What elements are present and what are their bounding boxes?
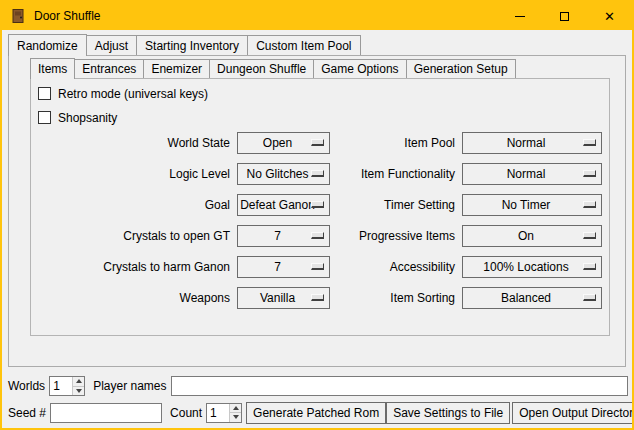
worlds-label: Worlds — [8, 379, 45, 393]
progressive-items-label: Progressive Items — [337, 225, 455, 247]
window-title: Door Shuffle — [34, 9, 101, 23]
arrow-down-icon — [233, 415, 239, 419]
tab-label: Enemizer — [151, 62, 202, 76]
count-input[interactable] — [207, 404, 229, 422]
crystals-ganon-label: Crystals to harm Ganon — [38, 256, 230, 278]
count-label: Count — [170, 406, 202, 420]
item-sorting-label: Item Sorting — [337, 287, 455, 309]
count-spin-buttons — [229, 404, 241, 422]
dropdown-indicator-icon — [583, 139, 596, 146]
dropdown-indicator-icon — [583, 263, 596, 270]
worlds-spin-down-button[interactable] — [73, 386, 84, 396]
retro-mode-label: Retro mode (universal keys) — [58, 87, 208, 101]
worlds-row: Worlds Player names — [8, 375, 628, 397]
tab-starting-inventory[interactable]: Starting Inventory — [136, 35, 248, 55]
subtab-dungeon-shuffle[interactable]: Dungeon Shuffle — [209, 59, 314, 78]
window-controls: ✕ — [497, 2, 632, 30]
subtab-entrances[interactable]: Entrances — [74, 59, 144, 78]
progressive-items-dropdown[interactable]: On — [462, 225, 602, 247]
open-output-directory-button[interactable]: Open Output Directory — [512, 402, 634, 424]
goal-label: Goal — [38, 194, 230, 216]
dropdown-indicator-icon — [311, 170, 324, 177]
dropdown-indicator-icon — [583, 170, 596, 177]
dropdown-indicator-icon — [311, 294, 324, 301]
accessibility-dropdown[interactable]: 100% Locations — [462, 256, 602, 278]
item-functionality-dropdown[interactable]: Normal — [462, 163, 602, 185]
tab-label: Custom Item Pool — [256, 39, 351, 53]
arrow-up-icon — [76, 379, 82, 383]
maximize-icon — [560, 12, 569, 21]
worlds-spin-up-button[interactable] — [73, 377, 84, 386]
tab-label: Randomize — [17, 39, 78, 53]
generate-patched-rom-button[interactable]: Generate Patched Rom — [246, 402, 386, 424]
arrow-up-icon — [233, 406, 239, 410]
tab-label: Generation Setup — [414, 62, 508, 76]
dropdown-indicator-icon — [311, 201, 324, 208]
item-sorting-dropdown[interactable]: Balanced — [462, 287, 602, 309]
titlebar: Door Shuffle ✕ — [2, 2, 632, 30]
subtab-game-options[interactable]: Game Options — [313, 59, 406, 78]
logic-level-dropdown[interactable]: No Glitches — [237, 163, 330, 185]
timer-setting-label: Timer Setting — [337, 194, 455, 216]
crystals-gt-dropdown[interactable]: 7 — [237, 225, 330, 247]
crystals-ganon-dropdown[interactable]: 7 — [237, 256, 330, 278]
tab-adjust[interactable]: Adjust — [86, 35, 137, 55]
tab-custom-item-pool[interactable]: Custom Item Pool — [247, 35, 360, 55]
item-functionality-label: Item Functionality — [337, 163, 455, 185]
seed-label: Seed # — [8, 406, 46, 420]
tab-label: Adjust — [95, 39, 128, 53]
minimize-icon — [515, 16, 525, 17]
app-icon — [10, 8, 26, 24]
arrow-down-icon — [76, 389, 82, 393]
retro-mode-row: Retro mode (universal keys) — [38, 86, 208, 101]
dropdown-indicator-icon — [311, 263, 324, 270]
player-names-input[interactable] — [171, 376, 629, 396]
shopsanity-checkbox[interactable] — [38, 111, 51, 124]
logic-level-label: Logic Level — [38, 163, 230, 185]
minimize-button[interactable] — [497, 2, 542, 30]
crystals-gt-label: Crystals to open GT — [38, 225, 230, 247]
maximize-button[interactable] — [542, 2, 587, 30]
close-icon: ✕ — [604, 10, 615, 23]
subtab-enemizer[interactable]: Enemizer — [143, 59, 210, 78]
worlds-input[interactable] — [50, 377, 72, 395]
close-button[interactable]: ✕ — [587, 2, 632, 30]
count-spinbox — [206, 403, 242, 423]
timer-setting-dropdown[interactable]: No Timer — [462, 194, 602, 216]
worlds-spinbox — [49, 376, 85, 396]
weapons-label: Weapons — [38, 287, 230, 309]
shopsanity-label: Shopsanity — [58, 111, 117, 125]
tab-label: Starting Inventory — [145, 39, 239, 53]
item-pool-dropdown[interactable]: Normal — [462, 132, 602, 154]
dropdown-indicator-icon — [311, 232, 324, 239]
retro-mode-checkbox[interactable] — [38, 87, 51, 100]
player-names-label: Player names — [93, 379, 166, 393]
main-tab-bar: Randomize Adjust Starting Inventory Cust… — [8, 33, 360, 55]
sub-tab-bar: Items Entrances Enemizer Dungeon Shuffle… — [30, 57, 515, 78]
save-settings-button[interactable]: Save Settings to File — [386, 402, 510, 424]
window: Door Shuffle ✕ Randomize Adjust Starting… — [0, 0, 634, 430]
subtab-generation-setup[interactable]: Generation Setup — [406, 59, 516, 78]
dropdown-indicator-icon — [583, 232, 596, 239]
tab-randomize[interactable]: Randomize — [8, 34, 87, 56]
dropdown-indicator-icon — [583, 201, 596, 208]
tab-label: Dungeon Shuffle — [217, 62, 306, 76]
item-pool-label: Item Pool — [337, 132, 455, 154]
world-state-dropdown[interactable]: Open — [237, 132, 330, 154]
weapons-dropdown[interactable]: Vanilla — [237, 287, 330, 309]
tab-label: Items — [38, 62, 67, 76]
seed-input[interactable] — [50, 403, 162, 423]
shopsanity-row: Shopsanity — [38, 110, 117, 125]
count-spin-down-button[interactable] — [230, 412, 241, 422]
tab-label: Game Options — [321, 62, 398, 76]
goal-dropdown[interactable]: Defeat Ganon — [237, 194, 330, 216]
tab-label: Entrances — [82, 62, 136, 76]
accessibility-label: Accessibility — [337, 256, 455, 278]
seed-row: Seed # Count Generate Patched Rom Save S… — [8, 401, 628, 424]
dropdown-indicator-icon — [583, 294, 596, 301]
world-state-label: World State — [38, 132, 230, 154]
count-spin-up-button[interactable] — [230, 404, 241, 413]
options-grid: World State Open Item Pool Normal Logic … — [38, 132, 602, 309]
subtab-items[interactable]: Items — [30, 58, 75, 79]
dropdown-indicator-icon — [311, 139, 324, 146]
